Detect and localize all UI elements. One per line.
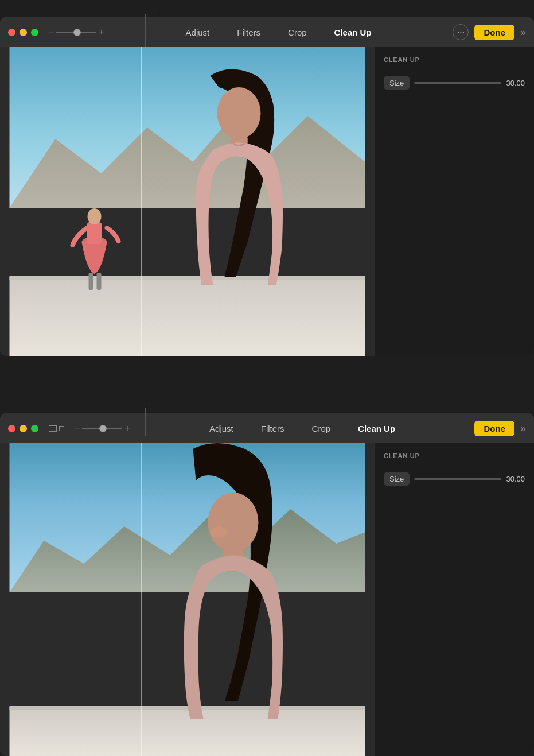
after-window: − + Adjust Filters Crop Clean Up Done » xyxy=(0,413,534,756)
cleanup-button-top[interactable]: Clean Up xyxy=(321,25,385,40)
zoom-control-bottom: − + xyxy=(75,423,130,433)
adjust-button-bottom[interactable]: Adjust xyxy=(196,421,247,436)
cleanup-title-bottom: CLEAN UP xyxy=(384,452,525,459)
size-label-bottom: Size xyxy=(384,472,410,486)
size-row-top: Size 30.00 xyxy=(384,76,525,90)
svg-rect-7 xyxy=(89,273,93,290)
voor-callout-line xyxy=(145,14,146,47)
sidebar-divider-top xyxy=(384,68,525,68)
photo-area-before xyxy=(0,47,375,356)
svg-point-6 xyxy=(88,208,102,224)
before-window: − + Adjust Filters Crop Clean Up ··· Don… xyxy=(0,17,534,356)
size-row-bottom: Size 30.00 xyxy=(384,472,525,486)
crop-button-bottom[interactable]: Crop xyxy=(298,421,345,436)
tool-icon-2[interactable] xyxy=(59,426,64,431)
filters-button-bottom[interactable]: Filters xyxy=(247,421,298,436)
size-label-top: Size xyxy=(384,76,410,90)
after-photo-svg xyxy=(0,443,375,756)
svg-rect-2 xyxy=(10,277,365,356)
sidebar-bottom: CLEAN UP Size 30.00 xyxy=(375,443,534,756)
photo-area-after xyxy=(0,443,375,756)
crop-button-top[interactable]: Crop xyxy=(274,25,321,40)
zoom-minus-bottom[interactable]: − xyxy=(75,423,80,433)
cleanup-title-top: CLEAN UP xyxy=(384,56,525,63)
chevron-right-button-bottom[interactable]: » xyxy=(520,422,526,435)
window-body-bottom: CLEAN UP Size 30.00 xyxy=(0,443,534,756)
window-body-top: CLEAN UP Size 30.00 xyxy=(0,47,534,356)
titlebar-bottom: − + Adjust Filters Crop Clean Up Done » xyxy=(0,413,534,443)
svg-rect-3 xyxy=(10,276,365,280)
zoom-slider-bottom[interactable] xyxy=(82,428,122,429)
tool-icons xyxy=(49,425,64,432)
svg-rect-5 xyxy=(87,222,102,244)
svg-rect-14 xyxy=(10,707,365,756)
zoom-control: − + xyxy=(49,27,104,37)
sidebar-divider-bottom xyxy=(384,464,525,464)
size-value-top: 30.00 xyxy=(506,79,525,87)
fullscreen-button[interactable] xyxy=(31,29,38,36)
chevron-right-button-top[interactable]: » xyxy=(520,26,526,38)
done-button-bottom[interactable]: Done xyxy=(474,421,514,436)
before-photo-svg xyxy=(0,47,375,356)
sidebar-top: CLEAN UP Size 30.00 xyxy=(375,47,534,356)
svg-rect-15 xyxy=(10,706,365,710)
minimize-button[interactable] xyxy=(20,29,27,36)
size-slider-bottom[interactable] xyxy=(414,478,501,480)
traffic-lights-top xyxy=(8,29,38,36)
close-button-bottom[interactable] xyxy=(8,425,15,432)
zoom-plus[interactable]: + xyxy=(99,27,104,37)
voor-label: Voor xyxy=(143,5,161,14)
minimize-button-bottom[interactable] xyxy=(20,425,27,432)
toolbar-nav-bottom: Adjust Filters Crop Clean Up xyxy=(136,421,469,436)
size-slider-top[interactable] xyxy=(414,82,501,84)
toolbar-nav-top: Adjust Filters Crop Clean Up xyxy=(110,25,447,40)
na-label: Na xyxy=(143,398,154,408)
titlebar-top: − + Adjust Filters Crop Clean Up ··· Don… xyxy=(0,17,534,47)
na-callout-line xyxy=(145,408,146,436)
zoom-slider[interactable] xyxy=(56,32,96,33)
close-button[interactable] xyxy=(8,29,15,36)
toolbar-right-bottom: Done » xyxy=(474,421,526,436)
adjust-button-top[interactable]: Adjust xyxy=(172,25,224,40)
ellipsis-icon: ··· xyxy=(457,27,465,37)
fullscreen-button-bottom[interactable] xyxy=(31,425,38,432)
svg-point-17 xyxy=(211,526,228,538)
traffic-lights-bottom xyxy=(8,425,38,432)
tool-icon-1[interactable] xyxy=(49,425,57,432)
toolbar-right-top: ··· Done » xyxy=(453,24,526,40)
more-options-button[interactable]: ··· xyxy=(453,24,469,40)
size-value-bottom: 30.00 xyxy=(506,475,525,483)
svg-point-9 xyxy=(217,87,261,139)
done-button-top[interactable]: Done xyxy=(474,25,514,40)
svg-rect-8 xyxy=(97,273,102,290)
zoom-plus-bottom[interactable]: + xyxy=(124,423,130,433)
zoom-minus[interactable]: − xyxy=(49,27,54,37)
filters-button-top[interactable]: Filters xyxy=(223,25,274,40)
svg-point-16 xyxy=(208,493,259,552)
cleanup-button-bottom[interactable]: Clean Up xyxy=(344,421,409,436)
